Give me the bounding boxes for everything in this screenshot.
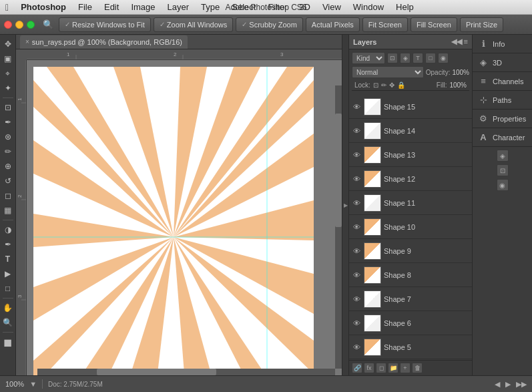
gradient-tool[interactable]: ▦ [1,204,15,217]
horizontal-scrollbar[interactable] [37,369,335,375]
menu-photoshop[interactable]: Photoshop [15,1,71,13]
document-tab[interactable]: × sun_rays.psd @ 100% (Background, RGB/1… [20,35,188,49]
zoom-level[interactable]: 100% [5,380,24,388]
delete-layer-button[interactable]: 🗑 [412,363,423,373]
fit-screen-button[interactable]: Fit Screen [362,17,408,32]
layer-visibility-toggle[interactable]: 👁 [352,319,361,328]
layer-icon-shape[interactable]: □ [425,53,436,63]
menu-select[interactable]: Select [226,1,261,13]
menu-window[interactable]: Window [348,1,389,13]
add-mask-button[interactable]: ◻ [376,363,386,373]
playback-play[interactable]: ▶ [505,380,511,389]
layer-item[interactable]: 👁 Shape 5 [349,335,472,359]
minimize-button[interactable] [15,21,23,29]
layer-item[interactable]: 👁 Shape 15 [349,95,472,119]
layer-item[interactable]: 👁 Shape 11 [349,191,472,215]
menu-file[interactable]: File [73,1,97,13]
panel-item-paths[interactable]: ⊹ Paths [473,91,532,110]
menu-view[interactable]: View [317,1,346,13]
layer-visibility-toggle[interactable]: 👁 [352,150,361,160]
path-selection-tool[interactable]: ▶ [1,267,15,280]
panel-item-channels[interactable]: ≡ Channels [473,72,532,91]
layer-visibility-toggle[interactable]: 👁 [352,174,361,184]
layer-visibility-toggle[interactable]: 👁 [352,198,361,208]
zoom-tool-icon[interactable]: 🔍 [43,19,53,29]
lock-pixel-icon[interactable]: ⊡ [373,81,378,89]
layer-item[interactable]: 👁 Shape 13 [349,143,472,167]
shape-tool[interactable]: □ [1,282,15,295]
vertical-scrollbar-thumb[interactable] [335,114,342,227]
history-brush-tool[interactable]: ↺ [1,174,15,188]
layer-visibility-toggle[interactable]: 👁 [352,222,361,232]
playback-next[interactable]: ▶▶ [516,380,527,389]
layer-icon-type[interactable]: T [413,53,423,63]
opacity-value[interactable]: 100% [452,69,469,76]
lasso-tool[interactable]: ⌖ [1,67,15,80]
layer-icon-adjust[interactable]: ◈ [400,53,411,63]
lock-all-icon[interactable]: 🔒 [397,81,405,89]
layer-item[interactable]: 👁 Shape 9 [349,239,472,263]
layer-visibility-toggle[interactable]: 👁 [352,295,361,304]
brush-tool[interactable]: ✏ [1,145,15,158]
layers-options-icon[interactable]: ◀◀ [451,37,462,46]
zoom-tool[interactable]: 🔍 [1,316,15,329]
menu-filter[interactable]: Filter [262,1,292,13]
scrubby-zoom-button[interactable]: ✓ Scrubby Zoom [236,17,303,32]
menu-image[interactable]: Image [125,1,160,13]
layers-menu-icon[interactable]: ≡ [464,37,468,46]
link-layers-button[interactable]: 🔗 [352,363,362,373]
panel-item-properties[interactable]: ⚙ Properties [473,110,532,128]
marquee-tool[interactable]: ▣ [1,52,15,65]
fill-value[interactable]: 100% [449,81,467,89]
layers-list[interactable]: 👁 Shape 15 👁 Shape 14 👁 Shape 13 👁 Shape… [349,95,472,360]
right-tool-3[interactable]: ◉ [497,179,509,191]
blend-mode-select[interactable]: Normal [352,66,424,78]
layer-item[interactable]: 👁 Shape 8 [349,263,472,287]
menu-layer[interactable]: Layer [162,1,195,13]
panel-item-character[interactable]: A Character [473,128,532,147]
menu-3d[interactable]: 3D [294,1,316,13]
eraser-tool[interactable]: ◻ [1,189,15,202]
hand-tool[interactable]: ✋ [1,301,15,315]
menu-help[interactable]: Help [390,1,419,13]
text-tool[interactable]: T [1,252,15,266]
panel-collapse-handle[interactable]: ▶ [342,35,348,375]
dodge-tool[interactable]: ◑ [1,223,15,236]
add-style-button[interactable]: fx [364,363,374,373]
eyedropper-tool[interactable]: ✒ [1,116,15,129]
lock-move-icon[interactable]: ✥ [389,81,394,89]
layer-item[interactable]: 👁 Shape 7 [349,287,472,311]
apple-menu[interactable]:  [5,2,9,13]
horizontal-scrollbar-thumb[interactable] [97,369,216,375]
actual-pixels-button[interactable]: Actual Pixels [306,17,360,32]
fill-screen-button[interactable]: Fill Screen [411,17,457,32]
layer-visibility-toggle[interactable]: 👁 [352,270,361,280]
new-layer-button[interactable]: + [400,363,411,373]
pen-tool[interactable]: ✒ [1,238,15,251]
lock-draw-icon[interactable]: ✏ [381,81,386,89]
canvas-viewport[interactable] [27,60,342,375]
layer-item[interactable]: 👁 Shape 6 [349,311,472,335]
zoom-all-windows-button[interactable]: ✓ Zoom All Windows [154,17,233,32]
tab-close[interactable]: × [25,38,29,45]
layer-visibility-toggle[interactable]: 👁 [352,126,361,136]
layer-icon-smart[interactable]: ◉ [438,53,449,63]
layer-icon-pixel[interactable]: ⊡ [387,53,398,63]
magic-wand-tool[interactable]: ✦ [1,81,15,95]
right-tool-2[interactable]: ⊡ [497,164,509,176]
new-group-button[interactable]: 📁 [388,363,398,373]
layer-visibility-toggle[interactable]: 👁 [352,102,361,112]
layer-visibility-toggle[interactable]: 👁 [352,246,361,256]
right-tool-1[interactable]: ◈ [497,150,509,162]
vertical-scrollbar[interactable] [335,85,342,369]
spot-healing-tool[interactable]: ⊛ [1,130,15,144]
panel-item-info[interactable]: ℹ Info [473,35,532,53]
print-size-button[interactable]: Print Size [460,17,503,32]
layer-item[interactable]: 👁 Shape 12 [349,167,472,191]
kind-select[interactable]: Kind [352,52,385,64]
maximize-button[interactable] [27,21,35,29]
menu-edit[interactable]: Edit [99,1,124,13]
close-button[interactable] [4,21,12,29]
resize-windows-button[interactable]: ✓ Resize Windows to Fit [59,17,151,32]
playback-prev[interactable]: ◀ [495,380,500,389]
